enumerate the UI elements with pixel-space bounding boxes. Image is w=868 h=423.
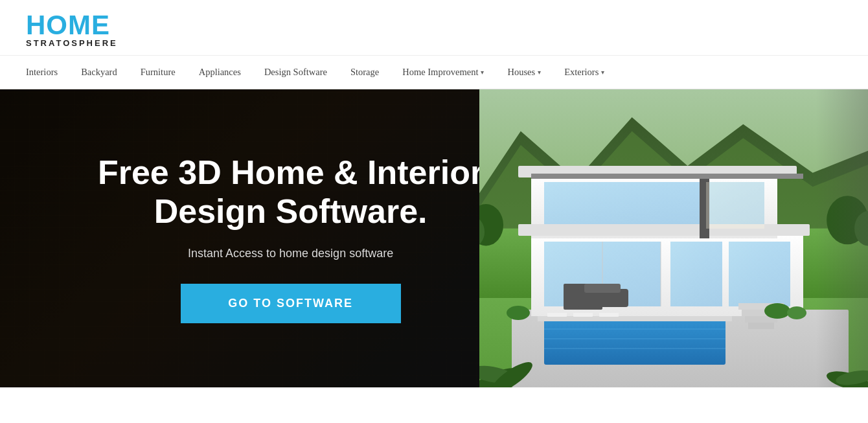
hero-section: Free 3D Home & Interior Design Software.… bbox=[0, 89, 868, 387]
svg-rect-28 bbox=[547, 313, 567, 317]
svg-point-5 bbox=[827, 196, 868, 244]
nav-label: Storage bbox=[350, 67, 379, 78]
palm-right bbox=[803, 349, 868, 387]
svg-rect-29 bbox=[573, 313, 593, 317]
svg-rect-11 bbox=[670, 242, 722, 306]
nav-label: Exteriors bbox=[564, 67, 599, 78]
svg-rect-30 bbox=[599, 313, 619, 317]
nav-label: Design Software bbox=[264, 67, 327, 78]
svg-point-6 bbox=[854, 211, 868, 246]
svg-point-37 bbox=[507, 306, 530, 320]
nav-item-appliances[interactable]: Appliances bbox=[199, 67, 241, 78]
nav-item-houses[interactable]: Houses▾ bbox=[507, 67, 541, 78]
svg-rect-12 bbox=[729, 242, 790, 306]
palm-left bbox=[479, 336, 557, 387]
nav-label: Interiors bbox=[26, 67, 58, 78]
svg-rect-34 bbox=[748, 323, 774, 329]
nav-item-furniture[interactable]: Furniture bbox=[141, 67, 176, 78]
nav-item-backyard[interactable]: Backyard bbox=[81, 67, 117, 78]
house-illustration bbox=[479, 89, 868, 387]
main-nav: InteriorsBackyardFurnitureAppliancesDesi… bbox=[0, 56, 868, 89]
logo-stratosphere: STRATOSPHERE bbox=[26, 39, 118, 47]
svg-point-36 bbox=[787, 306, 806, 319]
nav-item-home-improvement[interactable]: Home Improvement▾ bbox=[402, 67, 484, 78]
nav-item-interiors[interactable]: Interiors bbox=[26, 67, 58, 78]
nav-label: Furniture bbox=[141, 67, 176, 78]
svg-rect-40 bbox=[584, 284, 621, 293]
nav-item-storage[interactable]: Storage bbox=[350, 67, 379, 78]
chevron-down-icon: ▾ bbox=[481, 69, 484, 76]
hero-subtitle: Instant Access to home design software bbox=[78, 247, 503, 260]
svg-rect-19 bbox=[518, 224, 810, 236]
hero-content: Free 3D Home & Interior Design Software.… bbox=[0, 154, 503, 323]
nav-label: Appliances bbox=[199, 67, 241, 78]
chevron-down-icon: ▾ bbox=[601, 69, 604, 76]
chevron-down-icon: ▾ bbox=[538, 69, 541, 76]
logo-home: HOME bbox=[26, 12, 118, 39]
svg-rect-21 bbox=[531, 174, 803, 179]
nav-label: Home Improvement bbox=[402, 67, 478, 78]
go-to-software-button[interactable]: GO TO SOFTWARE bbox=[181, 284, 401, 323]
svg-rect-27 bbox=[538, 316, 732, 321]
hero-title: Free 3D Home & Interior Design Software. bbox=[78, 154, 503, 231]
nav-label: Houses bbox=[507, 67, 535, 78]
svg-point-35 bbox=[764, 303, 790, 319]
logo[interactable]: HOME STRATOSPHERE bbox=[26, 12, 118, 47]
nav-item-exteriors[interactable]: Exteriors▾ bbox=[564, 67, 604, 78]
svg-rect-16 bbox=[544, 182, 700, 229]
svg-rect-23 bbox=[544, 319, 725, 365]
nav-item-design-software[interactable]: Design Software bbox=[264, 67, 327, 78]
site-header: HOME STRATOSPHERE bbox=[0, 0, 868, 56]
svg-rect-38 bbox=[706, 182, 764, 229]
nav-label: Backyard bbox=[81, 67, 117, 78]
hero-house-image bbox=[479, 89, 868, 387]
